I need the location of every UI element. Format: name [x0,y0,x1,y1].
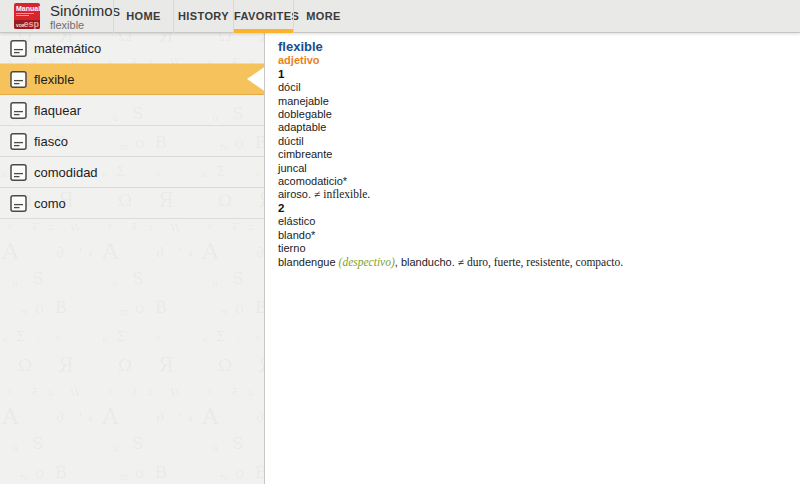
watermark-glyph: ü [212,443,218,453]
watermark-glyph: Σ [216,330,225,343]
watermark-glyph: G [35,337,41,344]
watermark-glyph: W [70,222,81,233]
watermark-glyph: W [170,222,181,233]
tab-label: HISTORY [178,10,229,22]
app-window: Manual VOX esp Sinónimos flexible HOMEHI… [0,0,800,484]
entry-line: elástico [278,215,786,228]
list-item-fiasco[interactable]: fiasco [0,126,264,157]
watermark-glyph: X [55,335,61,343]
entry-line: dócil [278,81,786,94]
list-item-matemático[interactable]: matemático [0,33,264,64]
document-icon [10,40,27,57]
tab-more[interactable]: MORE [293,0,353,33]
watermark-glyph: A [2,240,19,263]
entry-segment-plain: elástico [278,215,315,227]
watermark-glyph: K [2,336,8,344]
watermark-glyph: ∂ [156,409,164,425]
entry-segment-headword: flexible [278,39,323,54]
watermark-glyph: Д [47,224,54,232]
entry-line: adjetivo [278,54,786,67]
watermark-glyph: A [2,405,19,428]
watermark-glyph: ∂ [256,409,264,425]
logo-decoration [14,12,40,16]
entry-segment-num: 1 [278,68,284,80]
watermark-glyph: S [32,435,44,452]
watermark-glyph: A [102,240,119,263]
watermark-glyph: Ω [118,357,132,374]
list-item-label: fiasco [34,134,68,149]
watermark-glyph: A [102,405,119,428]
watermark-glyph: T [78,247,83,254]
watermark-glyph: Σ [16,330,25,343]
logo-edition: esp [23,20,39,29]
logo-title: Manual [14,3,40,12]
app-logo-icon: Manual VOX esp [14,3,40,29]
list-item-flaquear[interactable]: flaquear [0,95,264,126]
tab-home[interactable]: HOME [113,0,173,33]
entry-line: manejable [278,95,786,108]
entry-segment-num: 2 [278,202,284,214]
document-icon [10,102,27,119]
list-item-como[interactable]: como [0,188,264,219]
entry-segment-plain: manejable [278,95,329,107]
watermark-glyph: X [155,335,161,343]
entry-line: 2 [278,202,786,215]
entry-segment-plain: acomodaticio* [278,175,347,187]
entry-line: blandengue (despectivo), blanducho. ≠ du… [278,256,786,269]
watermark-glyph: в [188,415,193,423]
entry-line: juncal [278,162,786,175]
entry-line: cimbreante [278,148,786,161]
watermark-glyph: ü [112,443,118,453]
watermark-glyph: в [88,415,93,423]
list-item-label: como [34,196,66,211]
list-item-label: flaquear [34,103,81,118]
word-list-panel: ΩЯÆДWвA∂TвSüъBOmΣKGXΩЯÆДWвA∂TвSüъBOmΣKGX… [0,33,264,484]
watermark-glyph: S [132,435,144,452]
watermark-glyph: ъ [148,447,152,454]
watermark-glyph: ъ [248,447,252,454]
tab-label: FAVORITES [234,10,299,22]
watermark-glyph: Æ [30,223,39,232]
tab-favorites[interactable]: FAVORITES [233,0,293,33]
watermark-glyph: A [202,240,219,263]
watermark-glyph: ∂ [256,244,264,260]
watermark-glyph: ъ [148,282,152,289]
watermark-glyph: ü [212,278,218,288]
watermark-glyph: B [155,300,167,316]
tab-bar: HOMEHISTORYFAVORITESMORE [113,0,353,33]
watermark-glyph: A [202,405,219,428]
watermark-glyph: ъ [248,282,252,289]
watermark-glyph: B [155,465,167,481]
watermark-glyph: в [108,389,112,396]
page-title: Sinónimos [50,3,120,19]
entry-line: doblegable [278,108,786,121]
watermark-glyph: m [220,308,229,317]
tab-history[interactable]: HISTORY [173,0,233,33]
list-item-flexible[interactable]: flexible [0,64,264,95]
list-item-comodidad[interactable]: comodidad [0,157,264,188]
entry-line: blando* [278,229,786,242]
watermark-glyph: G [135,337,141,344]
entry-segment-antonym: ≠ duro, fuerte, resistente, compacto. [458,256,623,268]
watermark-glyph: в [208,224,212,231]
watermark-glyph: B [255,465,264,481]
watermark-glyph: S [32,270,44,287]
logo-strip: VOX esp [14,20,40,29]
watermark-glyph: m [120,308,129,317]
watermark-glyph: в [8,224,12,231]
watermark-glyph: ∂ [156,244,164,260]
title-block: Sinónimos flexible [50,3,120,31]
watermark-glyph: Д [147,389,154,397]
tab-label: MORE [306,10,341,22]
watermark-glyph: m [20,473,29,482]
entry-segment-plain: juncal [278,162,307,174]
list-item-label: comodidad [34,165,98,180]
watermark-glyph: O [135,304,144,315]
watermark-glyph: ∂ [56,244,64,260]
watermark-glyph: ü [112,278,118,288]
watermark-glyph: T [178,412,183,419]
entry-segment-antonym: ≠ inflexible. [314,188,370,200]
entry-line: airoso. ≠ inflexible. [278,188,786,201]
top-bar: Manual VOX esp Sinónimos flexible HOMEHI… [0,0,800,33]
watermark-glyph: m [20,308,29,317]
